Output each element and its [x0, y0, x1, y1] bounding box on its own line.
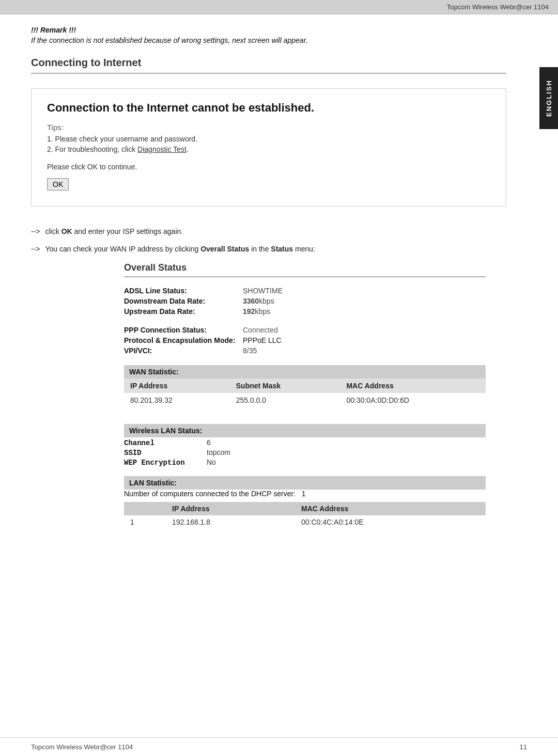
wan-col-ip: IP Address: [124, 379, 230, 393]
instruction-2: --> You can check your WAN IP address by…: [31, 245, 506, 253]
tip-2: 2. For troubleshooting, click Diagnostic…: [47, 145, 490, 153]
lan-data-row: 1 192.168.1.8 00:C0:4C:A0:14:0E: [124, 515, 486, 529]
remark-body: If the connection is not established bec…: [31, 36, 506, 44]
arrow-2: -->: [31, 245, 40, 253]
adsl-line-status-value: SHOWTIME: [243, 287, 283, 295]
adsl-line-status-label: ADSL Line Status:: [124, 287, 243, 295]
channel-row: Channel 6: [124, 438, 486, 447]
instruction-2-text: You can check your WAN IP address by cli…: [45, 245, 315, 253]
dhcp-count-row: Number of computers connected to the DHC…: [124, 490, 486, 498]
lan-col-ip: IP Address: [166, 502, 295, 515]
upstream-value: 192kbps: [243, 307, 270, 316]
wan-ip: 80.201.39.32: [124, 393, 230, 407]
wan-data-row: 80.201.39.32 255.0.0.0 00:30:0A:0D:D0:6D: [124, 393, 486, 407]
diagnostic-test-link[interactable]: Diagnostic Test: [137, 145, 187, 153]
wep-value: No: [207, 458, 216, 466]
wan-col-subnet: Subnet Mask: [230, 379, 340, 393]
wep-row: WEP Encryption No: [124, 458, 486, 467]
main-content: !!! Remark !!! If the connection is not …: [0, 14, 537, 549]
protocol-value: PPPoE LLC: [243, 336, 282, 344]
overall-status-section: Overall Status ADSL Line Status: SHOWTIM…: [124, 262, 486, 529]
downstream-value: 3360kbps: [243, 297, 274, 305]
tips-label: Tips:: [47, 123, 490, 132]
upstream-label: Upstream Data Rate:: [124, 307, 243, 316]
lan-row-mac: 00:C0:4C:A0:14:0E: [295, 515, 486, 529]
language-tab: ENGLISH: [539, 67, 558, 129]
lan-col-mac: MAC Address: [295, 502, 486, 515]
adsl-line-status-row: ADSL Line Status: SHOWTIME: [124, 287, 486, 295]
instruction-1: --> click OK and enter your ISP settings…: [31, 227, 506, 235]
please-click-text: Please click OK to continue.: [47, 163, 490, 171]
lan-col-num: [124, 502, 166, 515]
page-footer: Topcom Wireless Webr@cer 1104 11: [0, 737, 558, 756]
channel-value: 6: [207, 438, 211, 447]
dhcp-count: 1: [302, 490, 306, 498]
channel-label: Channel: [124, 439, 207, 447]
wan-statistic-table: IP Address Subnet Mask MAC Address 80.20…: [124, 379, 486, 407]
ssid-label: SSID: [124, 449, 207, 457]
upstream-row: Upstream Data Rate: 192kbps: [124, 307, 486, 316]
downstream-row: Downstream Data Rate: 3360kbps: [124, 297, 486, 305]
protocol-label: Protocol & Encapsulation Mode:: [124, 336, 243, 344]
overall-status-title: Overall Status: [124, 262, 486, 277]
downstream-label: Downstream Data Rate:: [124, 297, 243, 305]
ssid-value: topcom: [207, 448, 230, 456]
ok-button[interactable]: OK: [47, 178, 69, 191]
top-bar-title: Topcom Wireless Webr@cer 1104: [447, 3, 549, 11]
wan-col-mac: MAC Address: [340, 379, 486, 393]
lan-row-num: 1: [124, 515, 166, 529]
remark-heading: !!! Remark !!!: [31, 26, 506, 34]
footer-left: Topcom Wireless Webr@cer 1104: [31, 743, 133, 751]
wep-label: WEP Encryption: [124, 459, 207, 467]
instruction-1-text: click OK and enter your ISP settings aga…: [45, 227, 183, 235]
vpi-vci-value: 8/35: [243, 346, 257, 355]
connecting-section-title: Connecting to Internet: [31, 57, 506, 74]
ppp-status-row: PPP Connection Status: Connected: [124, 326, 486, 334]
error-title: Connection to the Internet cannot be est…: [47, 101, 490, 115]
arrow-1: -->: [31, 227, 40, 235]
top-bar: Topcom Wireless Webr@cer 1104: [0, 0, 558, 14]
wan-statistic-header: WAN Statistic:: [124, 365, 486, 379]
lan-statistic-header: LAN Statistic:: [124, 476, 486, 490]
lan-row-ip: 192.168.1.8: [166, 515, 295, 529]
protocol-row: Protocol & Encapsulation Mode: PPPoE LLC: [124, 336, 486, 344]
error-box: Connection to the Internet cannot be est…: [31, 88, 506, 207]
ppp-status-label: PPP Connection Status:: [124, 326, 243, 334]
ppp-status-value: Connected: [243, 326, 278, 334]
wan-mac: 00:30:0A:0D:D0:6D: [340, 393, 486, 407]
lan-statistic-table: IP Address MAC Address 1 192.168.1.8 00:…: [124, 502, 486, 529]
vpi-vci-label: VPI/VCI:: [124, 346, 243, 355]
wireless-lan-section: Channel 6 SSID topcom WEP Encryption No: [124, 438, 486, 467]
tip-1: 1. Please check your username and passwo…: [47, 135, 490, 143]
ssid-row: SSID topcom: [124, 448, 486, 457]
footer-right: 11: [520, 743, 527, 751]
vpi-vci-row: VPI/VCI: 8/35: [124, 346, 486, 355]
wireless-lan-header: Wireless LAN Status:: [124, 424, 486, 437]
wan-subnet: 255.0.0.0: [230, 393, 340, 407]
tips-list: 1. Please check your username and passwo…: [47, 135, 490, 153]
